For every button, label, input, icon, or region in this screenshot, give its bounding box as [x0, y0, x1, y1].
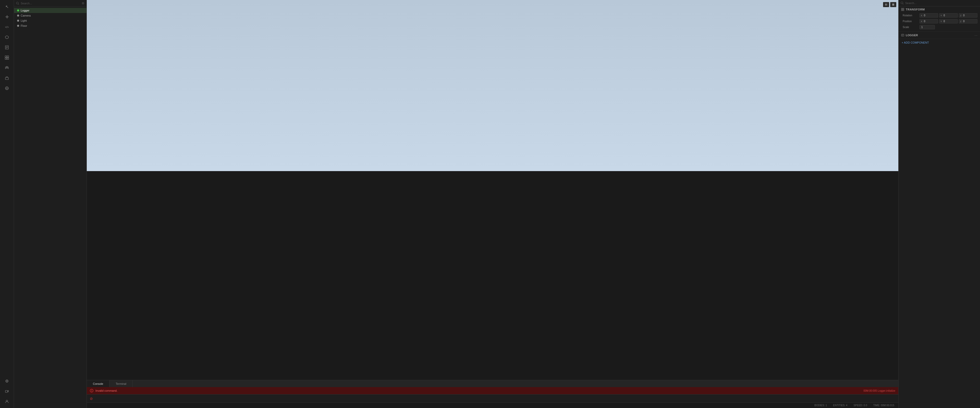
grid-floor-svg — [87, 0, 163, 38]
floor-dot — [17, 25, 19, 27]
svg-rect-64 — [886, 3, 887, 6]
rotation-x-input[interactable] — [924, 14, 932, 17]
position-z-input[interactable] — [963, 20, 971, 23]
logger-label: Logger — [21, 9, 29, 12]
position-y-label: Y — [940, 20, 943, 23]
transform-icon — [901, 8, 904, 11]
stop-button[interactable] — [890, 2, 896, 7]
svg-point-69 — [901, 2, 903, 4]
settings-button[interactable]: ⚙ — [2, 376, 11, 386]
console-input-bar: ⊘ — [87, 394, 898, 402]
grid-button[interactable] — [2, 53, 11, 62]
right-search-icon — [900, 2, 904, 5]
position-z-label: Z — [960, 20, 963, 23]
bodies-count: BODIES: 1 — [815, 404, 827, 407]
svg-rect-13 — [5, 391, 7, 392]
scale-input[interactable] — [921, 26, 932, 29]
plugin-button[interactable] — [2, 387, 11, 396]
cursor-button[interactable]: ↖ — [2, 2, 11, 11]
account-button[interactable] — [2, 397, 11, 406]
asset-button[interactable] — [2, 73, 11, 83]
play-button[interactable] — [883, 2, 889, 7]
position-x-label: X — [921, 20, 923, 23]
file-button[interactable] — [2, 43, 11, 52]
right-search-bar — [899, 0, 980, 6]
right-panel: TRANSFORM Rotation X Y Z — [898, 0, 980, 408]
position-y-field: Y — [939, 19, 958, 24]
svg-rect-74 — [903, 10, 904, 11]
position-y-input[interactable] — [943, 20, 951, 23]
camera-label: Camera — [21, 14, 30, 17]
group-button[interactable] — [2, 84, 11, 93]
svg-rect-75 — [901, 34, 904, 36]
time-value: TIME: 00M:00.015 — [873, 404, 894, 407]
console-tab-bar: Console Terminal — [87, 380, 898, 387]
logger-title-group[interactable]: LOGGER — [901, 34, 918, 37]
svg-rect-7 — [5, 58, 6, 59]
rotation-z-field: Z — [959, 13, 977, 17]
logger-section-header: LOGGER ··· — [899, 32, 980, 39]
sky-background — [87, 0, 898, 171]
scene-panel: ⚙ Logger Camera Light Floor — [14, 0, 87, 408]
scene-item-floor[interactable]: Floor — [14, 23, 86, 28]
layers-button[interactable] — [2, 63, 11, 72]
rotation-y-input[interactable] — [943, 14, 951, 17]
rotation-y-field: Y — [939, 13, 958, 17]
svg-rect-71 — [901, 8, 902, 9]
logger-icon — [901, 34, 904, 37]
search-icon — [16, 2, 19, 5]
position-x-input[interactable] — [924, 20, 932, 23]
scene-item-logger[interactable]: Logger — [14, 8, 86, 13]
scene-search-bar: ⚙ — [14, 0, 86, 7]
viewport-canvas[interactable] — [87, 0, 898, 380]
svg-rect-6 — [7, 56, 9, 57]
move-button[interactable]: ✛ — [2, 12, 11, 21]
svg-rect-65 — [892, 3, 894, 6]
console-tab[interactable]: Console — [87, 380, 110, 387]
light-dot — [17, 20, 19, 22]
add-component-button[interactable]: + ADD COMPONENT — [899, 39, 980, 46]
svg-rect-5 — [5, 56, 6, 57]
error-message: Invalid command. — [95, 389, 118, 392]
rotation-label: Rotation — [903, 14, 918, 17]
scene-search-input[interactable] — [21, 2, 80, 5]
svg-rect-8 — [7, 58, 9, 59]
error-icon — [90, 389, 94, 392]
svg-rect-9 — [5, 78, 8, 79]
position-row: Position X Y Z — [899, 18, 980, 24]
svg-point-68 — [91, 391, 92, 392]
transform-title: TRANSFORM — [906, 8, 925, 11]
scene-settings-icon[interactable]: ⚙ — [82, 2, 84, 5]
rotation-fields: X Y Z — [920, 13, 977, 17]
logger-dot — [17, 10, 19, 11]
console-input[interactable] — [95, 397, 895, 400]
entities-count: ENTITIES: 4 — [833, 404, 847, 407]
rotation-z-input[interactable] — [963, 14, 971, 17]
rotation-z-label: Z — [960, 14, 963, 17]
svg-rect-73 — [901, 10, 902, 11]
scene-button[interactable] — [2, 33, 11, 42]
input-error-icon: ⊘ — [90, 397, 93, 401]
viewport-area: Console Terminal Invalid command. 00M:00… — [87, 0, 898, 408]
floor-label: Floor — [21, 24, 27, 27]
right-search-input[interactable] — [905, 2, 978, 5]
scene-item-camera[interactable]: Camera — [14, 13, 86, 18]
logger-options-button[interactable]: ··· — [974, 33, 977, 37]
svg-line-70 — [903, 4, 904, 5]
transform-section-header[interactable]: TRANSFORM — [899, 6, 980, 13]
speed-value: SPEED: 0.0 — [853, 404, 867, 407]
code-button[interactable]: </> — [2, 22, 11, 32]
error-bar: Invalid command. 00M:00:005 Logger.initi… — [87, 387, 898, 394]
camera-dot — [17, 14, 19, 17]
terminal-tab[interactable]: Terminal — [110, 380, 133, 387]
scene-item-light[interactable]: Light — [14, 18, 86, 23]
rotation-row: Rotation X Y Z — [899, 13, 980, 18]
svg-marker-0 — [5, 36, 8, 39]
add-component-label: + ADD COMPONENT — [902, 41, 929, 44]
svg-point-15 — [16, 2, 18, 4]
transform-section: TRANSFORM Rotation X Y Z — [899, 6, 980, 32]
logger-section-title: LOGGER — [906, 34, 918, 37]
scale-row: Scale — [899, 24, 980, 31]
svg-rect-72 — [903, 8, 904, 9]
rotation-y-label: Y — [940, 14, 943, 17]
